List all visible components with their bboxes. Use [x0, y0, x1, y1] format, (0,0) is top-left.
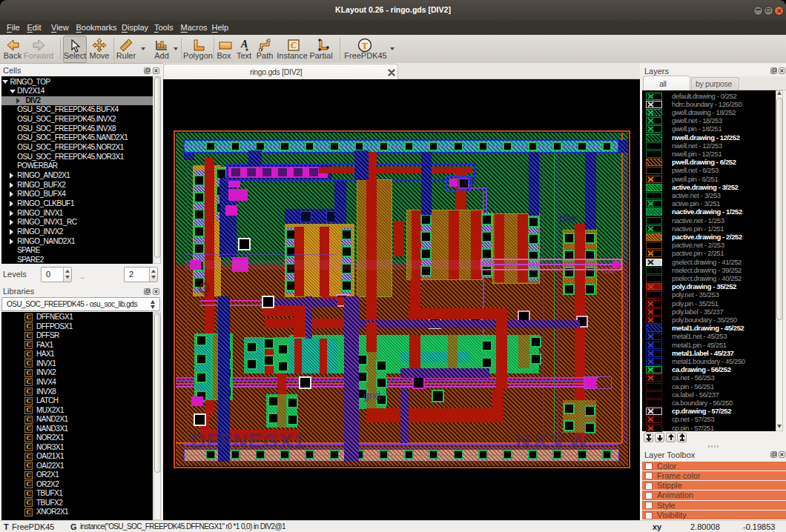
svg-text:T: T: [362, 40, 369, 51]
svg-text:C: C: [291, 40, 297, 50]
svg-text:m1: m1: [602, 265, 615, 276]
svg-text:A: A: [240, 39, 248, 50]
svg-text:gnd: gnd: [363, 390, 380, 402]
svg-text:clk: clk: [464, 176, 476, 187]
svg-text:bbx: bbx: [559, 212, 578, 225]
svg-text:NKVW: NKVW: [516, 430, 592, 452]
svg-text:DFFNEGX1: DFFNEGX1: [191, 430, 306, 452]
svg-text:Q: Q: [199, 281, 209, 296]
